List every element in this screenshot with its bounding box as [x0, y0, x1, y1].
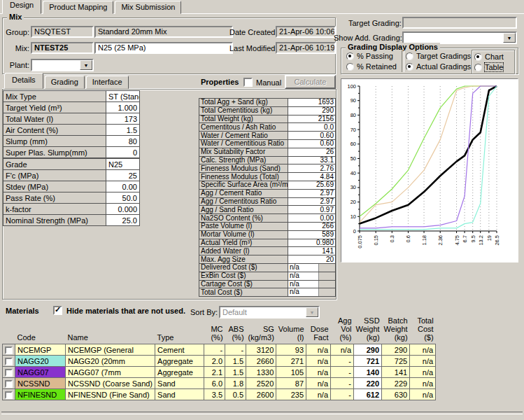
material-nagg20-ssd[interactable]: 721 [354, 356, 382, 367]
radio-table[interactable] [474, 64, 482, 71]
property-value-paste-volume-l[interactable]: 266 [288, 222, 336, 230]
material-checkbox-ncemgp[interactable] [5, 346, 13, 354]
material-ncssnd-dose[interactable]: n/a [306, 378, 331, 389]
material-nfinesnd-agg-vol[interactable]: - [331, 389, 354, 400]
property-value-agg-sand-ratio[interactable]: 0.97 [288, 206, 336, 214]
sort-by-value[interactable]: Default [220, 307, 307, 317]
material-select-cell-ncemgp[interactable] [3, 344, 15, 356]
material-nfinesnd-cost[interactable]: n/a [410, 389, 436, 400]
details-value-super-plas-slump-mm[interactable]: 0 [106, 147, 140, 159]
tab-product-mapping[interactable]: Product Mapping [43, 1, 113, 14]
material-ncssnd-agg-vol[interactable]: - [331, 378, 354, 389]
property-value-cartage-cost[interactable]: n/a [288, 280, 336, 288]
material-ncemgp-abs[interactable]: - [225, 344, 246, 356]
tab-mix-submission[interactable]: Mix Submission [115, 1, 181, 14]
material-ncemgp-cost[interactable]: n/a [410, 344, 436, 356]
material-nfinesnd-batch[interactable]: 630 [382, 389, 410, 400]
material-nagg07-ssd[interactable]: 140 [354, 367, 382, 378]
material-ncssnd-cost[interactable]: n/a [410, 378, 436, 389]
property-value-calc-strength-mpa[interactable]: 33.1 [288, 156, 336, 164]
calculate-button[interactable]: Calculate [285, 75, 336, 89]
material-nagg07-batch[interactable]: 141 [382, 367, 410, 378]
material-select-cell-ncssnd[interactable] [3, 378, 15, 389]
property-value-agg-cementitous-ratio[interactable]: 2.97 [288, 197, 336, 206]
hide-unused-checkbox[interactable] [53, 306, 62, 315]
material-ncssnd-mc[interactable]: 6.0 [204, 378, 225, 389]
material-nfinesnd-sg[interactable]: 2600 [246, 389, 276, 400]
details-tab-details[interactable]: Details [4, 73, 43, 89]
material-checkbox-nagg20[interactable] [5, 358, 13, 365]
mix-description-field[interactable]: N25 (25 MPa) [94, 42, 233, 54]
material-nagg07-agg-vol[interactable]: - [331, 367, 354, 378]
material-nagg20-volume[interactable]: 271 [276, 356, 306, 367]
material-nagg20-cost[interactable]: n/a [410, 356, 436, 367]
property-value-water-cement-ratio[interactable]: 0.60 [288, 132, 336, 140]
property-value-max-agg-size[interactable]: 20 [288, 255, 336, 264]
material-ncssnd-ssd[interactable]: 220 [354, 378, 382, 389]
material-nagg07-mc[interactable]: 2.1 [204, 367, 225, 378]
details-value-grade[interactable]: N25 [106, 158, 140, 170]
material-select-cell-nagg07[interactable] [3, 367, 15, 378]
property-value-cementitous-ash-ratio[interactable]: 0.0 [288, 123, 336, 132]
radio-target-gradings[interactable] [406, 52, 413, 60]
material-nagg20-abs[interactable]: 1.5 [225, 356, 246, 367]
material-ncssnd-batch[interactable]: 229 [382, 378, 410, 389]
property-value-total-agg-sand-kg[interactable]: 1693 [288, 99, 336, 107]
radio-chart[interactable] [474, 53, 482, 61]
material-ncemgp-dose[interactable]: n/a [306, 344, 331, 356]
material-nagg20-mc[interactable]: 2.0 [204, 356, 225, 367]
tab-design[interactable]: Design [2, 0, 41, 14]
property-value-mortar-volume-l[interactable]: 589 [288, 230, 336, 239]
show-add-grading-arrow-icon[interactable]: ▼ [503, 33, 516, 43]
manual-checkbox[interactable] [243, 78, 253, 87]
material-nagg07-sg[interactable]: 1330 [246, 367, 276, 378]
material-checkbox-nagg07[interactable] [5, 369, 13, 377]
material-nfinesnd-dose[interactable]: n/a [306, 389, 331, 400]
details-tab-grading[interactable]: Grading [45, 76, 85, 89]
target-grading-field[interactable] [402, 17, 517, 29]
material-nagg20-dose[interactable]: n/a [306, 356, 331, 367]
radio-row-target-gradings[interactable]: Target Gradings [406, 51, 471, 60]
details-tab-interface[interactable]: Interface [86, 76, 129, 89]
details-value-pass-rate[interactable]: 50.0 [106, 192, 140, 204]
group-description-field[interactable]: Standard 20mm Mix [94, 26, 233, 38]
property-value-na2so-content[interactable]: 0.00 [288, 214, 336, 223]
material-select-cell-nfinesnd[interactable] [3, 389, 15, 400]
property-value-agg-cement-ratio[interactable]: 2.97 [288, 189, 336, 197]
property-value-specific-surface-area-m-m[interactable]: 25.69 [288, 181, 336, 189]
material-ncemgp-ssd[interactable]: 290 [354, 344, 382, 356]
radio-row-actual-gradings[interactable]: Actual Gradings [406, 62, 471, 71]
radio-retained[interactable] [346, 63, 354, 71]
material-ncemgp-agg-vol[interactable]: n/a [331, 344, 354, 356]
material-select-cell-nagg20[interactable] [3, 356, 15, 367]
material-ncemgp-sg[interactable]: 3120 [246, 344, 276, 356]
plant-combo-arrow-icon[interactable]: ▼ [80, 60, 92, 70]
property-value-added-water-l[interactable]: 141 [288, 247, 336, 255]
radio-passing[interactable] [346, 52, 354, 60]
radio-row-table[interactable]: Table [474, 62, 503, 71]
radio-row-retained[interactable]: % Retained [346, 62, 397, 71]
show-add-grading-value[interactable] [404, 33, 504, 43]
property-value-total-cost[interactable]: n/a [288, 288, 336, 297]
details-value-k-factor[interactable]: 0.000 [106, 204, 140, 215]
property-value-exbin-cost[interactable]: n/a [288, 272, 336, 280]
details-value-f-c-mpa[interactable]: 25 [106, 170, 140, 181]
radio-actual-gradings[interactable] [406, 63, 413, 71]
material-nagg07-abs[interactable]: 1.5 [225, 367, 246, 378]
material-nfinesnd-mc[interactable]: 3.5 [204, 389, 225, 400]
material-nfinesnd-abs[interactable]: 0.5 [225, 389, 246, 400]
property-value-total-weight-kg[interactable]: 2156 [288, 115, 336, 123]
details-value-total-water-l[interactable]: 173 [106, 113, 140, 125]
details-value-air-content[interactable]: 1.5 [106, 125, 140, 136]
material-nagg07-volume[interactable]: 105 [276, 367, 306, 378]
material-ncssnd-abs[interactable]: 1.8 [225, 378, 246, 389]
material-nagg07-dose[interactable]: n/a [306, 367, 331, 378]
property-value-actual-yield-m[interactable]: 0.980 [288, 239, 336, 247]
property-value-mix-suitability-factor[interactable]: 26 [288, 148, 336, 156]
details-value-target-yield-m[interactable]: 1.000 [106, 102, 140, 113]
details-value-stdev-mpa[interactable]: 0.00 [106, 181, 140, 192]
material-ncemgp-batch[interactable]: 290 [382, 344, 410, 356]
mix-code-field[interactable]: NTEST25 [31, 42, 94, 54]
radio-row-chart[interactable]: Chart [474, 52, 504, 61]
material-ncemgp-volume[interactable]: 93 [276, 344, 306, 356]
